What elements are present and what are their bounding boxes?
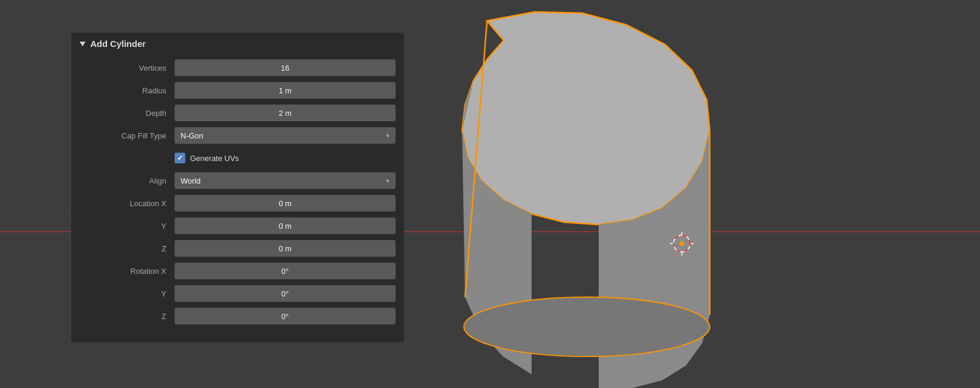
rotation-x-row: Rotation X 0° [80, 261, 396, 280]
location-z-label: Z [80, 244, 175, 253]
rotation-y-input[interactable]: 0° [175, 285, 396, 302]
svg-point-16 [679, 241, 684, 246]
rotation-z-label: Z [80, 312, 175, 321]
vertices-input[interactable]: 16 [175, 59, 396, 76]
generate-uvs-checkbox[interactable]: ✓ [175, 153, 185, 163]
vertices-label: Vertices [80, 64, 175, 72]
radius-row: Radius 1 m [80, 81, 396, 100]
cap-fill-arrow-icon: ▾ [386, 132, 390, 140]
add-cylinder-panel: Add Cylinder Vertices 16 Radius 1 m Dept… [71, 33, 404, 342]
vertices-row: Vertices 16 [80, 58, 396, 77]
location-x-label: Location X [80, 199, 175, 208]
generate-uvs-row: ✓ Generate UVs [80, 149, 396, 168]
cap-fill-type-row: Cap Fill Type N-Gon ▾ [80, 126, 396, 145]
svg-point-12 [464, 297, 710, 357]
align-label: Align [80, 176, 175, 185]
cap-fill-type-label: Cap Fill Type [80, 131, 175, 140]
location-x-row: Location X 0 m [80, 194, 396, 213]
radius-label: Radius [80, 86, 175, 95]
rotation-z-row: Z 0° [80, 307, 396, 326]
depth-row: Depth 2 m [80, 103, 396, 122]
location-y-row: Y 0 m [80, 216, 396, 235]
depth-label: Depth [80, 109, 175, 118]
radius-input[interactable]: 1 m [175, 82, 396, 99]
location-y-input[interactable]: 0 m [175, 217, 396, 234]
location-z-input[interactable]: 0 m [175, 240, 396, 257]
location-y-label: Y [80, 222, 175, 231]
rotation-y-row: Y 0° [80, 284, 396, 303]
panel-header[interactable]: Add Cylinder [71, 33, 404, 55]
rotation-z-input[interactable]: 0° [175, 308, 396, 324]
panel-body: Vertices 16 Radius 1 m Depth 2 m Cap Fil… [71, 55, 404, 333]
align-select[interactable]: World ▾ [175, 172, 396, 189]
rotation-y-label: Y [80, 289, 175, 298]
cap-fill-type-select[interactable]: N-Gon ▾ [175, 127, 396, 144]
align-arrow-icon: ▾ [386, 177, 390, 185]
rotation-x-input[interactable]: 0° [175, 263, 396, 279]
location-x-input[interactable]: 0 m [175, 195, 396, 212]
collapse-icon [80, 42, 86, 46]
align-row: Align World ▾ [80, 171, 396, 190]
depth-input[interactable]: 2 m [175, 105, 396, 121]
location-z-row: Z 0 m [80, 239, 396, 258]
rotation-x-label: Rotation X [80, 267, 175, 276]
panel-title: Add Cylinder [90, 39, 146, 49]
checkmark-icon: ✓ [177, 154, 183, 162]
generate-uvs-label: Generate UVs [190, 154, 239, 163]
